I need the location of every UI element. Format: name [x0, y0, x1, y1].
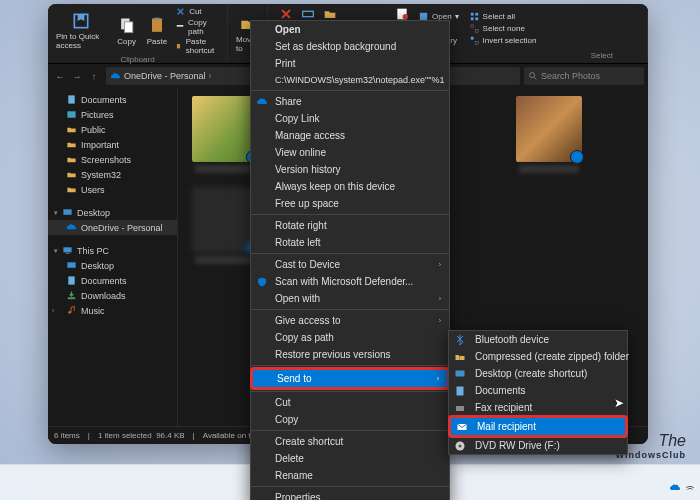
sendto-documents[interactable]: Documents — [449, 382, 627, 399]
sendto-compressed[interactable]: Compressed (create zipped) folder — [449, 348, 627, 365]
sendto-fax[interactable]: Fax recipient — [449, 399, 627, 416]
sidebar-item-documents[interactable]: Documents — [48, 92, 177, 107]
sidebar-item-desktop[interactable]: ▾Desktop — [48, 205, 177, 220]
sendto-dvd[interactable]: DVD RW Drive (F:) — [449, 437, 627, 454]
sidebar-item-important[interactable]: Important — [48, 137, 177, 152]
context-menu: Open Set as desktop background Print C:\… — [250, 20, 450, 500]
desktop-icon — [454, 368, 466, 380]
svg-rect-19 — [470, 37, 473, 40]
ctx-defender-scan[interactable]: Scan with Microsoft Defender... — [251, 273, 449, 290]
svg-rect-5 — [177, 25, 184, 27]
sidebar-item-this-pc[interactable]: ▾This PC — [48, 243, 177, 258]
sendto-submenu: Bluetooth device Compressed (create zipp… — [448, 330, 628, 455]
svg-rect-15 — [470, 17, 473, 20]
sidebar-item-system32[interactable]: System32 — [48, 167, 177, 182]
bluetooth-icon — [454, 334, 466, 346]
up-button[interactable]: ↑ — [86, 68, 102, 84]
svg-rect-25 — [63, 247, 71, 252]
svg-rect-4 — [154, 17, 159, 20]
sidebar-item-screenshots[interactable]: Screenshots — [48, 152, 177, 167]
system-tray[interactable] — [669, 482, 696, 494]
disc-icon — [454, 440, 466, 452]
ctx-give-access[interactable]: Give access to› — [251, 312, 449, 329]
wifi-tray-icon — [684, 482, 696, 494]
sidebar-item-pc-downloads[interactable]: Downloads — [48, 288, 177, 303]
ctx-delete[interactable]: Delete — [251, 450, 449, 467]
sidebar-item-users[interactable]: Users — [48, 182, 177, 197]
paste-button[interactable]: Paste — [143, 6, 171, 55]
ctx-restore-versions[interactable]: Restore previous versions — [251, 346, 449, 363]
copy-path-button[interactable]: Copy path — [173, 18, 223, 36]
sendto-mail-recipient[interactable]: Mail recipient — [451, 418, 625, 435]
forward-button[interactable]: → — [69, 68, 85, 84]
svg-rect-18 — [475, 29, 478, 32]
ctx-create-shortcut[interactable]: Create shortcut — [251, 433, 449, 450]
ctx-copy-as-path[interactable]: Copy as path — [251, 329, 449, 346]
svg-rect-24 — [63, 209, 71, 215]
sidebar-item-pictures[interactable]: Pictures — [48, 107, 177, 122]
ctx-version-history[interactable]: Version history — [251, 161, 449, 178]
search-input[interactable]: Search Photos — [524, 67, 644, 85]
ctx-print[interactable]: Print — [251, 55, 449, 72]
sendto-bluetooth[interactable]: Bluetooth device — [449, 331, 627, 348]
sidebar-item-pc-desktop[interactable]: Desktop — [48, 258, 177, 273]
pin-quick-access-button[interactable]: Pin to Quick access — [52, 6, 111, 55]
zip-icon — [454, 351, 466, 363]
ctx-free-up-space[interactable]: Free up space — [251, 195, 449, 212]
ctx-send-to[interactable]: Send to› — [253, 370, 447, 387]
select-all-button[interactable]: Select all — [467, 11, 539, 22]
svg-rect-33 — [457, 386, 464, 395]
sidebar-item-pc-documents[interactable]: Documents — [48, 273, 177, 288]
onedrive-icon — [110, 71, 121, 82]
onedrive-tray-icon — [669, 482, 681, 494]
svg-rect-31 — [459, 356, 460, 360]
mouse-cursor: ➤ — [614, 396, 624, 410]
svg-point-37 — [459, 444, 462, 447]
ctx-manage-access[interactable]: Manage access — [251, 127, 449, 144]
ctx-copy[interactable]: Copy — [251, 411, 449, 428]
shield-icon — [256, 276, 268, 288]
svg-rect-3 — [152, 18, 162, 31]
documents-icon — [454, 385, 466, 397]
svg-rect-17 — [470, 25, 473, 28]
svg-rect-7 — [303, 11, 314, 16]
svg-rect-16 — [475, 17, 478, 20]
svg-rect-14 — [475, 13, 478, 16]
svg-rect-34 — [456, 406, 464, 411]
ctx-cast[interactable]: Cast to Device› — [251, 256, 449, 273]
svg-rect-32 — [456, 370, 465, 376]
ctx-properties[interactable]: Properties — [251, 489, 449, 500]
selection-info: 1 item selected 96.4 KB — [98, 431, 185, 440]
ctx-rotate-left[interactable]: Rotate left — [251, 234, 449, 251]
back-button[interactable]: ← — [52, 68, 68, 84]
copy-button[interactable]: Copy — [113, 6, 141, 55]
file-thumbnail[interactable] — [510, 96, 588, 173]
cut-button[interactable]: Cut — [173, 6, 223, 17]
ctx-always-keep[interactable]: Always keep on this device — [251, 178, 449, 195]
svg-rect-28 — [68, 276, 74, 284]
sendto-desktop[interactable]: Desktop (create shortcut) — [449, 365, 627, 382]
mail-icon — [456, 421, 468, 433]
svg-point-21 — [530, 73, 535, 78]
ctx-open[interactable]: Open — [251, 21, 449, 38]
ctx-view-online[interactable]: View online — [251, 144, 449, 161]
sidebar-item-pc-music[interactable]: ›Music — [48, 303, 177, 318]
select-none-button[interactable]: Select none — [467, 23, 539, 34]
sidebar-item-public[interactable]: Public — [48, 122, 177, 137]
paste-shortcut-button[interactable]: Paste shortcut — [173, 37, 223, 55]
share-icon — [256, 96, 268, 108]
sidebar-item-onedrive[interactable]: OneDrive - Personal — [48, 220, 177, 235]
ctx-rotate-right[interactable]: Rotate right — [251, 217, 449, 234]
svg-point-10 — [403, 14, 408, 19]
ctx-cut[interactable]: Cut — [251, 394, 449, 411]
ctx-notepad-path[interactable]: C:\WINDOWS\system32\notepad.exe""%1 — [251, 72, 449, 88]
svg-rect-23 — [67, 111, 75, 117]
ctx-open-with[interactable]: Open with› — [251, 290, 449, 307]
ctx-copy-link[interactable]: Copy Link — [251, 110, 449, 127]
ctx-rename[interactable]: Rename — [251, 467, 449, 484]
invert-selection-button[interactable]: Invert selection — [467, 35, 539, 46]
ctx-set-background[interactable]: Set as desktop background — [251, 38, 449, 55]
svg-rect-26 — [66, 253, 70, 254]
fax-icon — [454, 402, 466, 414]
ctx-share[interactable]: Share — [251, 93, 449, 110]
